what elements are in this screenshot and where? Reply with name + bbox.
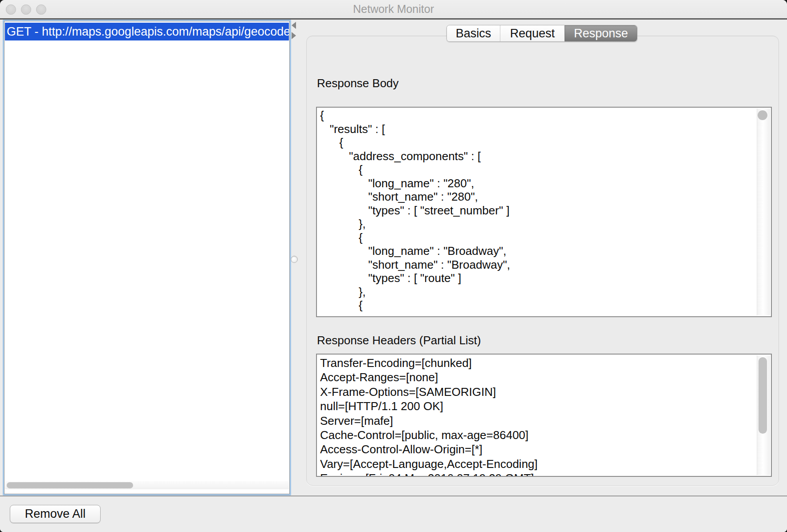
response-headers-text: Transfer-Encoding=[chunked] Accept-Range… xyxy=(317,355,771,477)
response-body-textarea[interactable]: { "results" : [ { "address_components" :… xyxy=(316,107,772,317)
request-list-hscrollbar-thumb[interactable] xyxy=(7,482,133,488)
footer-bar: Remove All xyxy=(0,496,787,532)
response-headers-scrollbar-thumb[interactable] xyxy=(759,357,767,434)
response-headers-scrollbar-track[interactable] xyxy=(757,355,770,475)
title-bar: Network Monitor xyxy=(0,0,787,18)
request-list-item-selected[interactable]: GET - http://maps.googleapis.com/maps/ap… xyxy=(5,23,289,40)
response-headers-textarea[interactable]: Transfer-Encoding=[chunked] Accept-Range… xyxy=(316,354,772,477)
window-title: Network Monitor xyxy=(0,0,787,18)
splitter-expand-right-icon[interactable] xyxy=(292,32,296,39)
tab-request[interactable]: Request xyxy=(500,25,564,41)
request-list-hscrollbar-track[interactable] xyxy=(5,481,289,489)
response-body-scrollbar-thumb[interactable] xyxy=(758,110,767,120)
request-list[interactable]: GET - http://maps.googleapis.com/maps/ap… xyxy=(3,20,291,496)
response-body-text: { "results" : [ { "address_components" :… xyxy=(317,108,771,312)
tab-bar: Basics Request Response xyxy=(446,25,637,42)
response-body-label: Response Body xyxy=(317,77,399,90)
splitter-grip-handle[interactable] xyxy=(291,256,298,263)
response-headers-label: Response Headers (Partial List) xyxy=(317,334,481,347)
remove-all-button[interactable]: Remove All xyxy=(10,505,101,523)
response-body-scrollbar-track[interactable] xyxy=(757,109,770,315)
network-monitor-window: Network Monitor GET - http://maps.google… xyxy=(0,0,787,532)
tab-response[interactable]: Response xyxy=(564,25,637,41)
tab-basics[interactable]: Basics xyxy=(447,25,500,41)
request-list-viewport: GET - http://maps.googleapis.com/maps/ap… xyxy=(4,21,290,494)
splitter-collapse-left-icon[interactable] xyxy=(292,22,296,29)
